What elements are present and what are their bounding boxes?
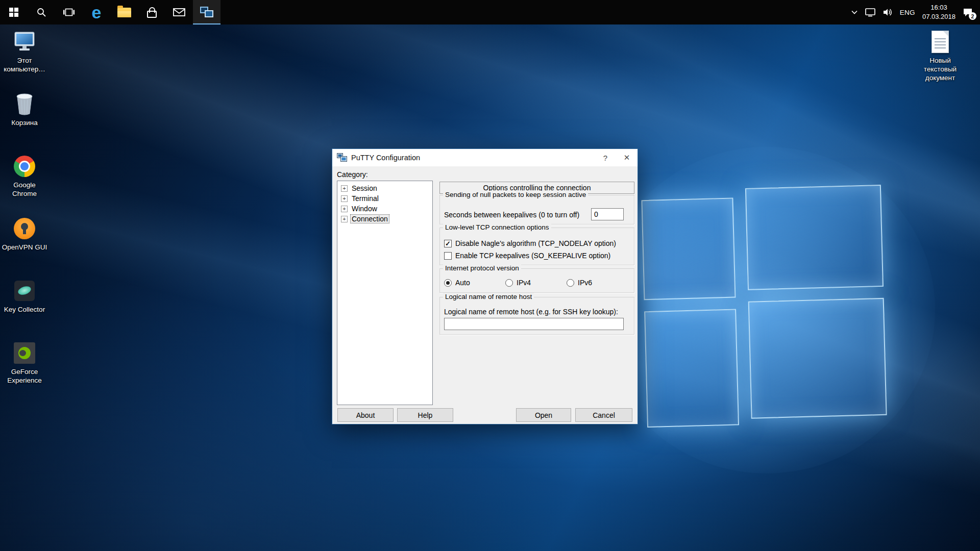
tree-item-label: Session — [351, 184, 378, 192]
group-null-packets: Sending of null packets to keep session … — [439, 195, 634, 224]
ip-auto-radio-row[interactable]: Auto — [444, 279, 470, 287]
dialog-close-button[interactable]: ✕ — [616, 149, 638, 166]
desktop-icon-label: Корзина — [11, 119, 37, 128]
group-tcp-options: Low-level TCP connection options Disable… — [439, 228, 634, 265]
action-center-button[interactable]: 2 — [963, 0, 973, 24]
mail-icon — [173, 8, 185, 17]
putty-icon — [200, 7, 213, 18]
group-title: Internet protocol version — [443, 264, 521, 272]
desktop-icon-this-pc[interactable]: Этот компьютер… — [1, 30, 48, 92]
help-button[interactable]: Help — [397, 408, 453, 422]
desktop-icon-google-chrome[interactable]: Google Chrome — [1, 154, 48, 216]
ip-auto-radio[interactable] — [444, 279, 452, 287]
tcp-keepalives-checkbox[interactable] — [444, 252, 452, 260]
ipv6-radio[interactable] — [567, 279, 574, 287]
mail-taskbar-button[interactable] — [165, 0, 193, 24]
open-button[interactable]: Open — [516, 408, 571, 422]
desktop-icon-openvpn-gui[interactable]: OpenVPN GUI — [1, 216, 48, 279]
logical-name-input[interactable] — [444, 318, 624, 330]
tree-item-connection[interactable]: + Connection — [337, 213, 432, 223]
ipv4-label: IPv4 — [517, 279, 531, 287]
tray-language-button[interactable]: ENG — [900, 0, 915, 24]
store-icon — [147, 11, 157, 18]
putty-icon — [337, 153, 347, 162]
about-button[interactable]: About — [337, 408, 394, 422]
edge-icon: e — [92, 0, 102, 24]
category-tree: + Session + Terminal + Window + Connecti… — [337, 181, 433, 405]
ipv6-label: IPv6 — [578, 279, 592, 287]
edge-taskbar-button[interactable]: e — [83, 0, 110, 24]
search-button[interactable] — [28, 0, 55, 24]
key-collector-icon — [14, 279, 35, 303]
task-view-button[interactable] — [55, 0, 83, 24]
group-title: Sending of null packets to keep session … — [443, 191, 588, 198]
expand-plus-icon[interactable]: + — [341, 206, 348, 212]
desktop-icon-new-text-document[interactable]: Новый текстовый документ — [914, 30, 967, 83]
text-document-icon — [932, 30, 949, 54]
tree-item-session[interactable]: + Session — [337, 183, 432, 193]
tree-item-window[interactable]: + Window — [337, 203, 432, 213]
expand-plus-icon[interactable]: + — [341, 185, 348, 192]
nagle-checkbox[interactable] — [444, 240, 452, 247]
ipv4-radio[interactable] — [505, 279, 513, 287]
openvpn-icon — [14, 216, 35, 241]
expand-plus-icon[interactable]: + — [341, 195, 348, 202]
tray-date: 07.03.2018 — [922, 12, 955, 21]
desktop-icon-label: Key Collector — [4, 306, 45, 314]
chrome-icon — [14, 154, 35, 179]
dialog-help-button[interactable]: ? — [595, 149, 616, 166]
volume-icon — [883, 8, 893, 17]
desktop-icon-label: GeForce Experience — [1, 368, 48, 385]
putty-configuration-window: PuTTY Configuration ? ✕ Category: + Sess… — [332, 148, 638, 424]
group-title: Logical name of remote host — [443, 293, 534, 300]
ipv4-radio-row[interactable]: IPv4 — [505, 279, 531, 287]
putty-taskbar-button[interactable] — [193, 0, 220, 24]
search-icon — [36, 7, 46, 17]
taskbar: e ENG 16:03 0 — [0, 0, 980, 24]
group-ip-version: Internet protocol version Auto IPv4 IPv6 — [439, 268, 634, 293]
desktop-icon-label: Новый текстовый документ — [914, 57, 967, 83]
store-taskbar-button[interactable] — [138, 0, 165, 24]
category-label: Category: — [337, 170, 368, 179]
expand-plus-icon[interactable]: + — [341, 216, 348, 222]
desktop-icon-recycle-bin[interactable]: Корзина — [1, 92, 48, 154]
keepalive-label: Seconds between keepalives (0 to turn of… — [444, 211, 579, 219]
tray-clock-button[interactable]: 16:03 07.03.2018 — [922, 0, 955, 24]
group-title: Low-level TCP connection options — [443, 223, 551, 231]
dialog-titlebar[interactable]: PuTTY Configuration ? ✕ — [332, 149, 638, 166]
file-explorer-icon — [117, 8, 131, 17]
recycle-bin-icon — [14, 92, 35, 116]
desktop-icon-label: Этот компьютер… — [1, 57, 48, 74]
tcp-keepalives-checkbox-row[interactable]: Enable TCP keepalives (SO_KEEPALIVE opti… — [444, 252, 610, 260]
cancel-button[interactable]: Cancel — [575, 408, 632, 422]
notification-badge: 2 — [969, 12, 976, 20]
logical-name-label: Logical name of remote host (e.g. for SS… — [444, 308, 618, 316]
dialog-title: PuTTY Configuration — [351, 154, 420, 162]
desktop-icon-column: Этот компьютер… Корзина Google Chrome Op… — [1, 30, 48, 403]
windows-logo-icon — [9, 8, 18, 17]
nagle-label: Disable Nagle's algorithm (TCP_NODELAY o… — [455, 239, 616, 247]
start-button[interactable] — [0, 0, 28, 24]
tray-chevron-button[interactable] — [851, 0, 858, 24]
file-explorer-taskbar-button[interactable] — [110, 0, 138, 24]
keepalive-input[interactable] — [591, 208, 624, 220]
tray-display-button[interactable] — [865, 0, 875, 24]
tcp-keepalives-label: Enable TCP keepalives (SO_KEEPALIVE opti… — [455, 252, 610, 260]
tray-time: 16:03 — [922, 3, 955, 12]
ipv6-radio-row[interactable]: IPv6 — [567, 279, 592, 287]
system-tray: ENG 16:03 07.03.2018 2 — [851, 0, 980, 24]
dialog-body: Category: + Session + Terminal + Window … — [332, 166, 638, 424]
geforce-icon — [14, 341, 35, 365]
desktop-icon-geforce-experience[interactable]: GeForce Experience — [1, 341, 48, 403]
task-view-icon — [63, 8, 75, 16]
desktop-icon-label: OpenVPN GUI — [2, 243, 47, 252]
display-icon — [865, 8, 875, 17]
group-logical-name: Logical name of remote host Logical name… — [439, 297, 634, 335]
tray-volume-button[interactable] — [883, 0, 893, 24]
nagle-checkbox-row[interactable]: Disable Nagle's algorithm (TCP_NODELAY o… — [444, 239, 616, 247]
tree-item-label: Terminal — [351, 194, 380, 203]
desktop-icon-key-collector[interactable]: Key Collector — [1, 279, 48, 341]
tree-item-terminal[interactable]: + Terminal — [337, 193, 432, 203]
chevron-down-icon — [851, 10, 858, 15]
this-pc-icon — [13, 30, 36, 54]
